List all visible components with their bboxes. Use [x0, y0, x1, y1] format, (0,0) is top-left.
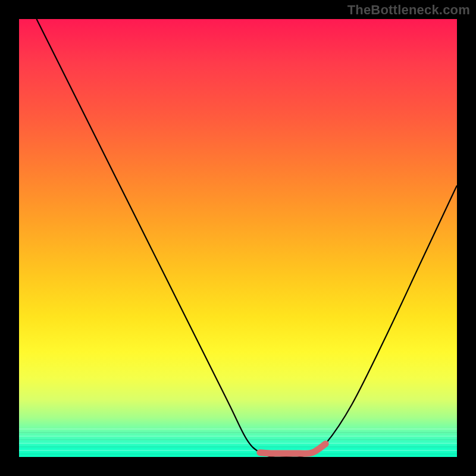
watermark-label: TheBottleneck.com — [347, 2, 470, 18]
bottleneck-curve-path — [36, 19, 457, 457]
curve-layer — [19, 19, 457, 457]
highlight-segment — [260, 444, 325, 453]
chart-frame: TheBottleneck.com — [0, 0, 476, 476]
plot-area — [19, 19, 457, 457]
